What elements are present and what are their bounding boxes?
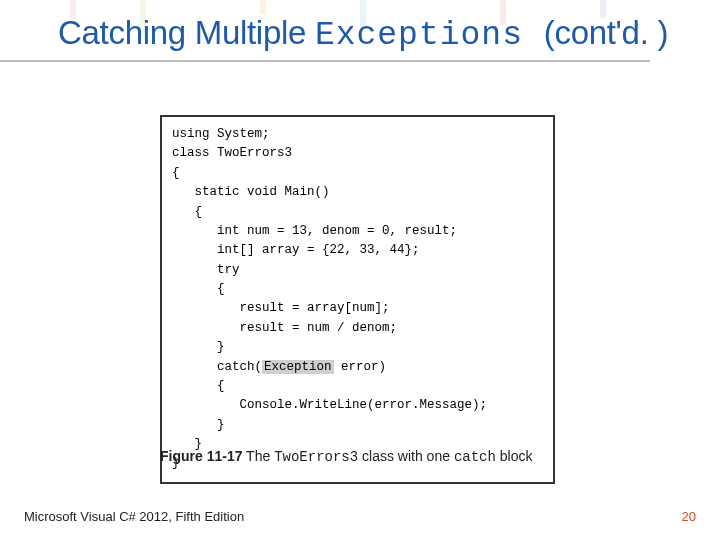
code-line: } bbox=[172, 340, 225, 354]
code-line: } bbox=[172, 418, 225, 432]
code-line: { bbox=[172, 282, 225, 296]
title-suffix: (cont'd. ) bbox=[544, 14, 668, 51]
page-number: 20 bbox=[682, 509, 696, 524]
code-line: static void Main() bbox=[172, 185, 330, 199]
caption-mid: class with one bbox=[358, 448, 454, 464]
code-line: int[] array = {22, 33, 44}; bbox=[172, 243, 420, 257]
caption-keyword: catch bbox=[454, 449, 496, 465]
code-line: int num = 13, denom = 0, result; bbox=[172, 224, 457, 238]
figure-caption: Figure 11-17 The TwoErrors3 class with o… bbox=[160, 448, 532, 465]
code-line: { bbox=[172, 379, 225, 393]
code-line: Console.WriteLine(error.Message); bbox=[172, 398, 487, 412]
decor-drip bbox=[260, 0, 266, 15]
code-line: { bbox=[172, 205, 202, 219]
code-line: result = array[num]; bbox=[172, 301, 390, 315]
slide-title: Catching Multiple Exceptions (cont'd. ) bbox=[58, 14, 668, 54]
footer-credit: Microsoft Visual C# 2012, Fifth Edition bbox=[24, 509, 244, 524]
code-line: using System; bbox=[172, 127, 270, 141]
figure-number: Figure 11-17 bbox=[160, 448, 242, 464]
title-mono: Exceptions bbox=[315, 17, 544, 54]
code-line: try bbox=[172, 263, 240, 277]
title-prefix: Catching Multiple bbox=[58, 14, 315, 51]
code-highlight: Exception bbox=[262, 360, 334, 374]
caption-pre: The bbox=[242, 448, 274, 464]
code-line: { bbox=[172, 166, 180, 180]
caption-classname: TwoErrors3 bbox=[274, 449, 358, 465]
code-line: class TwoErrors3 bbox=[172, 146, 292, 160]
title-underline bbox=[0, 60, 650, 62]
caption-post: block bbox=[496, 448, 533, 464]
code-listing: using System; class TwoErrors3 { static … bbox=[160, 115, 555, 484]
code-line: result = num / denom; bbox=[172, 321, 397, 335]
code-line: catch(Exception error) bbox=[172, 360, 386, 374]
